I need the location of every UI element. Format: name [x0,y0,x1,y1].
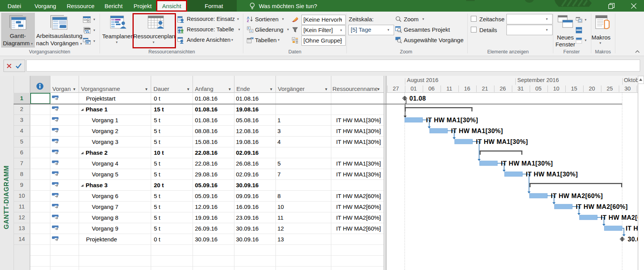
svg-text:+: + [248,26,250,30]
svg-text:Z: Z [247,19,249,22]
svg-text:+: + [293,38,294,41]
